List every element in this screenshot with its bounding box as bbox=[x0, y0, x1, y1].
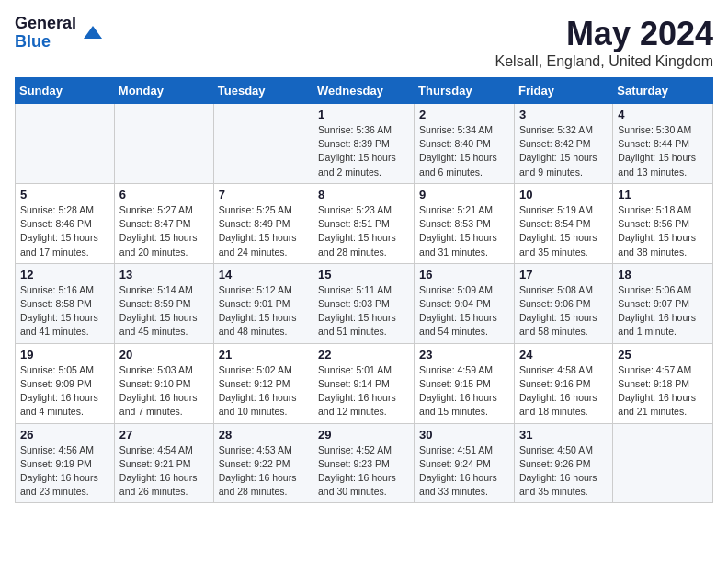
day-info: Sunrise: 5:23 AM Sunset: 8:51 PM Dayligh… bbox=[318, 203, 409, 259]
header-area: General Blue May 2024 Kelsall, England, … bbox=[15, 15, 713, 70]
day-info: Sunrise: 5:05 AM Sunset: 9:09 PM Dayligh… bbox=[20, 363, 109, 419]
day-info: Sunrise: 5:28 AM Sunset: 8:46 PM Dayligh… bbox=[20, 203, 109, 259]
logo-icon bbox=[80, 22, 102, 44]
day-info: Sunrise: 5:36 AM Sunset: 8:39 PM Dayligh… bbox=[318, 123, 409, 179]
day-number: 21 bbox=[219, 348, 308, 362]
calendar-day-22: 22Sunrise: 5:01 AM Sunset: 9:14 PM Dayli… bbox=[313, 343, 415, 423]
calendar: SundayMondayTuesdayWednesdayThursdayFrid… bbox=[15, 77, 713, 503]
day-number: 26 bbox=[20, 428, 109, 442]
calendar-day-11: 11Sunrise: 5:18 AM Sunset: 8:56 PM Dayli… bbox=[613, 183, 713, 263]
calendar-day-3: 3Sunrise: 5:32 AM Sunset: 8:42 PM Daylig… bbox=[514, 104, 612, 184]
day-number: 14 bbox=[219, 268, 308, 282]
day-number: 8 bbox=[318, 188, 409, 201]
day-info: Sunrise: 5:19 AM Sunset: 8:54 PM Dayligh… bbox=[519, 203, 608, 259]
calendar-day-17: 17Sunrise: 5:08 AM Sunset: 9:06 PM Dayli… bbox=[514, 263, 612, 343]
calendar-day-21: 21Sunrise: 5:02 AM Sunset: 9:12 PM Dayli… bbox=[213, 343, 313, 423]
weekday-header-tuesday: Tuesday bbox=[213, 78, 313, 104]
day-info: Sunrise: 5:06 AM Sunset: 9:07 PM Dayligh… bbox=[618, 283, 708, 339]
calendar-day-15: 15Sunrise: 5:11 AM Sunset: 9:03 PM Dayli… bbox=[313, 263, 415, 343]
day-info: Sunrise: 5:21 AM Sunset: 8:53 PM Dayligh… bbox=[419, 203, 509, 259]
calendar-week-row: 19Sunrise: 5:05 AM Sunset: 9:09 PM Dayli… bbox=[16, 343, 713, 423]
calendar-empty-cell bbox=[213, 104, 313, 184]
calendar-day-27: 27Sunrise: 4:54 AM Sunset: 9:21 PM Dayli… bbox=[114, 423, 213, 503]
calendar-day-6: 6Sunrise: 5:27 AM Sunset: 8:47 PM Daylig… bbox=[114, 183, 213, 263]
day-number: 15 bbox=[318, 268, 409, 282]
calendar-day-31: 31Sunrise: 4:50 AM Sunset: 9:26 PM Dayli… bbox=[514, 423, 612, 503]
day-number: 24 bbox=[519, 348, 608, 362]
day-number: 19 bbox=[20, 348, 109, 362]
title-area: May 2024 Kelsall, England, United Kingdo… bbox=[495, 15, 713, 70]
calendar-week-row: 5Sunrise: 5:28 AM Sunset: 8:46 PM Daylig… bbox=[16, 183, 713, 263]
day-number: 27 bbox=[119, 428, 209, 442]
day-info: Sunrise: 5:11 AM Sunset: 9:03 PM Dayligh… bbox=[318, 283, 409, 339]
calendar-week-row: 1Sunrise: 5:36 AM Sunset: 8:39 PM Daylig… bbox=[16, 104, 713, 184]
location-title: Kelsall, England, United Kingdom bbox=[495, 53, 713, 70]
calendar-day-4: 4Sunrise: 5:30 AM Sunset: 8:44 PM Daylig… bbox=[613, 104, 713, 184]
day-number: 23 bbox=[419, 348, 509, 362]
day-info: Sunrise: 5:30 AM Sunset: 8:44 PM Dayligh… bbox=[618, 123, 708, 179]
day-info: Sunrise: 4:56 AM Sunset: 9:19 PM Dayligh… bbox=[20, 443, 109, 500]
day-info: Sunrise: 4:58 AM Sunset: 9:16 PM Dayligh… bbox=[519, 363, 608, 419]
calendar-day-20: 20Sunrise: 5:03 AM Sunset: 9:10 PM Dayli… bbox=[114, 343, 213, 423]
calendar-day-12: 12Sunrise: 5:16 AM Sunset: 8:58 PM Dayli… bbox=[16, 263, 115, 343]
calendar-day-7: 7Sunrise: 5:25 AM Sunset: 8:49 PM Daylig… bbox=[213, 183, 313, 263]
day-number: 18 bbox=[618, 268, 708, 282]
day-info: Sunrise: 4:51 AM Sunset: 9:24 PM Dayligh… bbox=[419, 443, 509, 500]
day-number: 9 bbox=[419, 188, 509, 201]
day-number: 30 bbox=[419, 428, 509, 442]
logo-general: General bbox=[15, 15, 76, 33]
day-info: Sunrise: 5:09 AM Sunset: 9:04 PM Dayligh… bbox=[419, 283, 509, 339]
day-number: 5 bbox=[20, 188, 109, 201]
day-number: 11 bbox=[618, 188, 708, 201]
day-info: Sunrise: 4:52 AM Sunset: 9:23 PM Dayligh… bbox=[318, 443, 409, 500]
day-info: Sunrise: 4:59 AM Sunset: 9:15 PM Dayligh… bbox=[419, 363, 509, 419]
day-number: 28 bbox=[219, 428, 308, 442]
day-number: 2 bbox=[419, 108, 509, 121]
day-number: 31 bbox=[519, 428, 608, 442]
day-info: Sunrise: 5:16 AM Sunset: 8:58 PM Dayligh… bbox=[20, 283, 109, 339]
day-number: 4 bbox=[618, 108, 708, 121]
calendar-day-24: 24Sunrise: 4:58 AM Sunset: 9:16 PM Dayli… bbox=[514, 343, 612, 423]
day-number: 13 bbox=[119, 268, 209, 282]
calendar-day-1: 1Sunrise: 5:36 AM Sunset: 8:39 PM Daylig… bbox=[313, 104, 415, 184]
day-number: 3 bbox=[519, 108, 608, 121]
calendar-day-29: 29Sunrise: 4:52 AM Sunset: 9:23 PM Dayli… bbox=[313, 423, 415, 503]
calendar-day-8: 8Sunrise: 5:23 AM Sunset: 8:51 PM Daylig… bbox=[313, 183, 415, 263]
calendar-day-25: 25Sunrise: 4:57 AM Sunset: 9:18 PM Dayli… bbox=[613, 343, 713, 423]
calendar-day-19: 19Sunrise: 5:05 AM Sunset: 9:09 PM Dayli… bbox=[16, 343, 115, 423]
weekday-header-thursday: Thursday bbox=[415, 78, 515, 104]
logo: General Blue bbox=[15, 15, 102, 52]
calendar-empty-cell bbox=[16, 104, 115, 184]
calendar-day-2: 2Sunrise: 5:34 AM Sunset: 8:40 PM Daylig… bbox=[415, 104, 515, 184]
calendar-day-16: 16Sunrise: 5:09 AM Sunset: 9:04 PM Dayli… bbox=[415, 263, 515, 343]
day-info: Sunrise: 5:34 AM Sunset: 8:40 PM Dayligh… bbox=[419, 123, 509, 179]
day-info: Sunrise: 5:08 AM Sunset: 9:06 PM Dayligh… bbox=[519, 283, 608, 339]
day-info: Sunrise: 4:54 AM Sunset: 9:21 PM Dayligh… bbox=[119, 443, 209, 500]
day-number: 17 bbox=[519, 268, 608, 282]
weekday-header-monday: Monday bbox=[114, 78, 213, 104]
day-info: Sunrise: 4:53 AM Sunset: 9:22 PM Dayligh… bbox=[219, 443, 308, 500]
day-number: 16 bbox=[419, 268, 509, 282]
svg-marker-0 bbox=[84, 26, 102, 39]
day-number: 7 bbox=[219, 188, 308, 201]
calendar-empty-cell bbox=[613, 423, 713, 503]
weekday-header-saturday: Saturday bbox=[613, 78, 713, 104]
calendar-day-23: 23Sunrise: 4:59 AM Sunset: 9:15 PM Dayli… bbox=[415, 343, 515, 423]
calendar-day-9: 9Sunrise: 5:21 AM Sunset: 8:53 PM Daylig… bbox=[415, 183, 515, 263]
day-number: 29 bbox=[318, 428, 409, 442]
day-number: 6 bbox=[119, 188, 209, 201]
calendar-day-10: 10Sunrise: 5:19 AM Sunset: 8:54 PM Dayli… bbox=[514, 183, 612, 263]
calendar-day-5: 5Sunrise: 5:28 AM Sunset: 8:46 PM Daylig… bbox=[16, 183, 115, 263]
weekday-header-row: SundayMondayTuesdayWednesdayThursdayFrid… bbox=[16, 78, 713, 104]
day-info: Sunrise: 5:12 AM Sunset: 9:01 PM Dayligh… bbox=[219, 283, 308, 339]
day-info: Sunrise: 5:27 AM Sunset: 8:47 PM Dayligh… bbox=[119, 203, 209, 259]
day-info: Sunrise: 5:03 AM Sunset: 9:10 PM Dayligh… bbox=[119, 363, 209, 419]
day-number: 10 bbox=[519, 188, 608, 201]
weekday-header-wednesday: Wednesday bbox=[313, 78, 415, 104]
day-info: Sunrise: 5:01 AM Sunset: 9:14 PM Dayligh… bbox=[318, 363, 409, 419]
day-number: 20 bbox=[119, 348, 209, 362]
weekday-header-friday: Friday bbox=[514, 78, 612, 104]
day-number: 22 bbox=[318, 348, 409, 362]
calendar-empty-cell bbox=[114, 104, 213, 184]
calendar-week-row: 26Sunrise: 4:56 AM Sunset: 9:19 PM Dayli… bbox=[16, 423, 713, 503]
